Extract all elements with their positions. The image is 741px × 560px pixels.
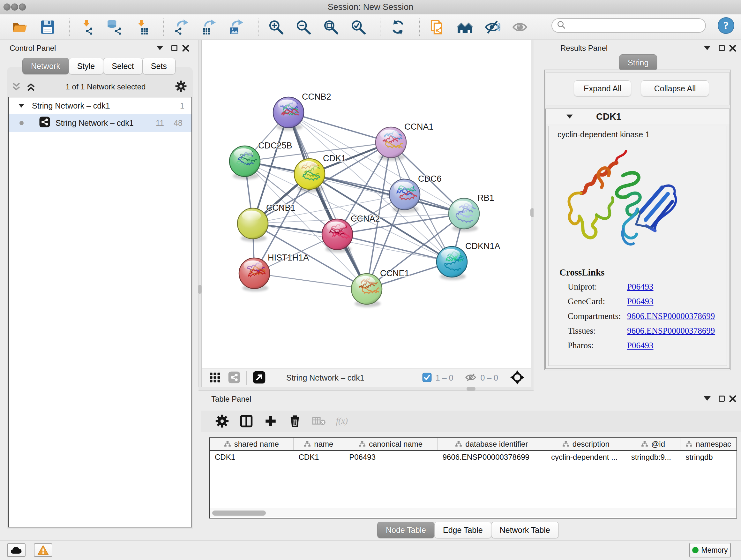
node-HIST1H1A[interactable]: HIST1H1A <box>239 253 309 292</box>
edge-CCNB2-CCNA1 <box>288 112 391 142</box>
memory-button[interactable]: Memory <box>689 543 731 557</box>
left-splitter[interactable] <box>199 40 202 391</box>
tab-node-table[interactable]: Node Table <box>377 522 434 538</box>
crosslink-link[interactable]: 9606.ENSP00000378699 <box>627 326 715 335</box>
control-panel-close-icon[interactable] <box>182 44 190 53</box>
results-panel-close-icon[interactable] <box>729 44 737 53</box>
tab-sets[interactable]: Sets <box>142 58 176 74</box>
table-cell[interactable]: CDK1 <box>293 451 344 464</box>
gene-section-header[interactable]: CDK1 <box>546 109 730 124</box>
table-horizontal-scrollbar[interactable] <box>210 509 736 517</box>
crosslink-link[interactable]: 9606.ENSP00000378699 <box>627 311 715 321</box>
table-panel-menu-icon[interactable] <box>704 396 711 402</box>
network-canvas[interactable]: CCNB2 CCNA1 CDC25B CDK1 CDC6 RB1 CCNB1 <box>201 40 531 368</box>
help-button[interactable]: ? <box>718 17 735 34</box>
left-splitter-handle[interactable] <box>198 285 202 294</box>
protein-structure-image <box>561 145 688 261</box>
import-network-from-database-button[interactable] <box>105 17 124 37</box>
column-header-namespac[interactable]: namespac <box>680 438 737 450</box>
network-options-gear-icon[interactable] <box>175 80 187 94</box>
horizontal-splitter-handle[interactable] <box>467 387 475 391</box>
table-cell[interactable]: stringdb <box>680 451 737 464</box>
apply-preferred-layout-button[interactable] <box>389 17 407 37</box>
scrollbar-thumb[interactable] <box>212 510 266 516</box>
show-graphics-details-button[interactable] <box>511 17 529 37</box>
zoom-out-button[interactable] <box>294 17 313 37</box>
crosslink-link[interactable]: P06493 <box>627 297 654 306</box>
network-row[interactable]: String Network – cdk1 11 48 <box>9 114 192 132</box>
zoom-fit-button[interactable] <box>322 17 340 37</box>
table-gear-icon[interactable] <box>213 412 231 430</box>
hide-graphics-details-button[interactable] <box>483 17 502 37</box>
import-network-from-file-button[interactable] <box>78 17 96 37</box>
collapse-all-button[interactable]: Collapse All <box>641 80 709 97</box>
column-header-description[interactable]: description <box>546 438 626 450</box>
column-header-shared-name[interactable]: shared name <box>210 438 293 450</box>
edge-HIST1H1A-CCNE1 <box>254 273 367 289</box>
node-RB1[interactable]: RB1 <box>449 193 494 232</box>
search-box[interactable] <box>551 18 706 33</box>
collection-expand-icon[interactable] <box>18 104 24 108</box>
share-view-icon[interactable] <box>228 371 241 385</box>
table-cell[interactable]: CDK1 <box>210 451 293 464</box>
column-header-name[interactable]: name <box>293 438 344 450</box>
node-CCNA1[interactable]: CCNA1 <box>376 122 434 161</box>
tab-network[interactable]: Network <box>22 58 69 74</box>
expand-all-networks-icon[interactable] <box>25 81 37 92</box>
tab-network-table[interactable]: Network Table <box>491 522 559 538</box>
warning-button[interactable] <box>34 543 52 557</box>
results-panel-menu-icon[interactable] <box>704 46 711 51</box>
save-session-button[interactable] <box>38 17 57 37</box>
tab-style[interactable]: Style <box>69 58 104 74</box>
select-columns-icon[interactable] <box>238 412 255 430</box>
table-panel-float-icon[interactable] <box>719 395 725 403</box>
control-panel-float-icon[interactable] <box>172 45 178 52</box>
network-collection-row[interactable]: String Network – cdk1 1 <box>9 98 192 114</box>
refresh-icon <box>393 20 402 35</box>
collapse-all-networks-icon[interactable] <box>11 81 22 92</box>
column-header-@id[interactable]: @id <box>626 438 681 450</box>
export-image-button[interactable] <box>227 17 246 37</box>
node-CDKN1A[interactable]: CDKN1A <box>436 241 500 280</box>
network-list-toolbar: 1 of 1 Network selected <box>7 78 193 95</box>
zoom-in-button[interactable] <box>267 17 285 37</box>
export-table-button[interactable] <box>200 17 218 37</box>
crosslink-link[interactable]: P06493 <box>627 341 654 350</box>
search-icon <box>556 20 566 31</box>
gene-collapse-icon[interactable] <box>566 115 573 119</box>
open-in-window-icon[interactable] <box>253 371 266 385</box>
selected-checkbox[interactable] <box>422 373 432 383</box>
tab-select[interactable]: Select <box>103 58 142 74</box>
tab-string[interactable]: String <box>619 54 657 71</box>
results-panel-float-icon[interactable] <box>719 45 725 52</box>
clone-network-button[interactable] <box>428 17 447 37</box>
table-cell[interactable]: cyclin-dependent ... <box>546 451 626 464</box>
table-body: CDK1CDK1P064939606.ENSP00000378699cyclin… <box>210 451 737 464</box>
open-session-button[interactable] <box>11 17 29 37</box>
zoom-selected-button[interactable] <box>349 17 367 37</box>
delete-column-icon[interactable] <box>286 412 304 430</box>
export-network-button[interactable] <box>172 17 191 37</box>
add-column-icon[interactable] <box>262 412 280 430</box>
houses-button[interactable] <box>456 17 474 37</box>
column-header-canonical-name[interactable]: canonical name <box>344 438 437 450</box>
table-cell[interactable]: 9606.ENSP00000378699 <box>437 451 546 464</box>
table-cell[interactable]: stringdb:9... <box>626 451 681 464</box>
crosslink-link[interactable]: P06493 <box>627 282 654 292</box>
tab-edge-table[interactable]: Edge Table <box>434 522 491 538</box>
expand-all-button[interactable]: Expand All <box>574 80 631 97</box>
cloud-button[interactable] <box>7 543 25 557</box>
table-panel-close-icon[interactable] <box>729 395 737 404</box>
node-CCNB1[interactable]: CCNB1 <box>238 203 295 242</box>
cloud-icon <box>10 545 23 555</box>
table-cell[interactable]: P06493 <box>344 451 437 464</box>
grid-view-icon[interactable] <box>209 372 221 384</box>
table-row[interactable]: CDK1CDK1P064939606.ENSP00000378699cyclin… <box>210 451 737 464</box>
column-header-database-identifier[interactable]: database identifier <box>437 438 546 450</box>
crosshair-icon[interactable] <box>510 370 525 386</box>
control-panel-menu-icon[interactable] <box>156 46 163 51</box>
node-CDC6[interactable]: CDC6 <box>389 174 442 212</box>
hidden-eye-icon[interactable] <box>465 372 476 384</box>
import-table-from-file-button[interactable] <box>133 17 151 37</box>
search-input[interactable] <box>566 21 695 30</box>
